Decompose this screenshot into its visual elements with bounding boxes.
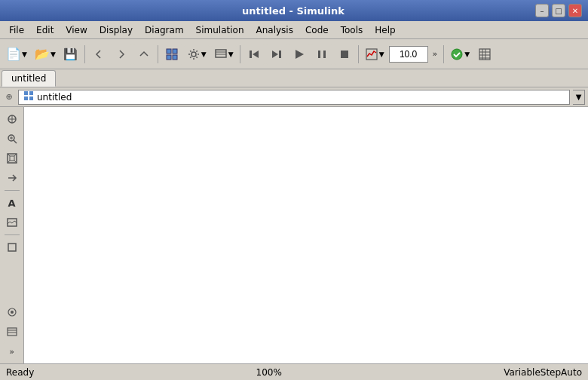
window-title: untitled - Simulink bbox=[51, 5, 535, 17]
menu-help[interactable]: Help bbox=[369, 23, 401, 37]
svg-point-14 bbox=[452, 49, 462, 60]
menu-code[interactable]: Code bbox=[299, 23, 335, 37]
menu-diagram[interactable]: Diagram bbox=[139, 23, 190, 37]
list-tool-button[interactable] bbox=[3, 323, 21, 341]
maximize-button[interactable]: □ bbox=[552, 4, 565, 17]
tab-bar: untitled bbox=[0, 69, 588, 87]
camera-tool-button[interactable] bbox=[3, 303, 21, 321]
svg-rect-42 bbox=[8, 328, 17, 336]
scope-button[interactable]: ▼ bbox=[362, 45, 387, 63]
menu-tools[interactable]: Tools bbox=[335, 23, 369, 37]
tab-label: untitled bbox=[11, 73, 46, 84]
step-forward-button[interactable] bbox=[266, 44, 287, 65]
step-back-button[interactable] bbox=[243, 44, 265, 65]
sep3 bbox=[240, 45, 240, 63]
title-bar: untitled - Simulink – □ ✕ bbox=[0, 0, 588, 21]
toolbar-more-button[interactable]: » bbox=[430, 48, 441, 60]
grid-button[interactable] bbox=[474, 44, 495, 65]
back-button[interactable] bbox=[88, 44, 109, 65]
svg-rect-3 bbox=[173, 55, 177, 60]
svg-rect-2 bbox=[167, 55, 171, 60]
save-button[interactable]: 💾 bbox=[60, 44, 81, 65]
more-tools-button[interactable]: » bbox=[3, 342, 21, 360]
image-tool-button[interactable] bbox=[3, 213, 21, 231]
svg-point-41 bbox=[11, 311, 14, 314]
menu-display[interactable]: Display bbox=[93, 23, 139, 37]
breadcrumb-dropdown-button[interactable]: ▼ bbox=[573, 90, 585, 105]
forward-button[interactable] bbox=[111, 44, 132, 65]
toolbar: 📄 ▼ 📂 ▼ 💾 ▼ bbox=[0, 39, 588, 69]
svg-point-4 bbox=[191, 52, 196, 57]
sep5 bbox=[443, 45, 444, 63]
fit-tool-button[interactable] bbox=[3, 149, 21, 167]
menu-edit[interactable]: Edit bbox=[30, 23, 60, 37]
up-button[interactable] bbox=[133, 44, 155, 65]
pause-button[interactable] bbox=[311, 44, 332, 65]
breadcrumb-label: untitled bbox=[37, 92, 72, 103]
tab-untitled[interactable]: untitled bbox=[2, 70, 56, 87]
status-ready: Ready bbox=[6, 367, 34, 378]
menu-analysis[interactable]: Analysis bbox=[250, 23, 299, 37]
menu-file[interactable]: File bbox=[3, 23, 30, 37]
settings-button[interactable]: ▼ bbox=[184, 45, 210, 63]
run-check-button[interactable]: ▼ bbox=[447, 45, 473, 63]
play-button[interactable] bbox=[289, 44, 310, 65]
new-button[interactable]: 📄 ▼ bbox=[3, 44, 30, 63]
svg-rect-0 bbox=[167, 49, 171, 54]
select-tool-button[interactable] bbox=[3, 110, 21, 128]
minimize-button[interactable]: – bbox=[535, 4, 549, 17]
left-sep2 bbox=[5, 234, 20, 235]
svg-rect-24 bbox=[29, 97, 33, 100]
display-button[interactable]: ▼ bbox=[211, 45, 237, 63]
menu-simulation[interactable]: Simulation bbox=[190, 23, 250, 37]
stop-button[interactable] bbox=[334, 44, 355, 65]
svg-rect-10 bbox=[318, 51, 320, 58]
svg-rect-33 bbox=[10, 156, 14, 161]
status-solver: VariableStepAuto bbox=[504, 367, 582, 378]
breadcrumb-bar: ⊕ untitled ▼ bbox=[0, 87, 588, 107]
zoom-tool-button[interactable] bbox=[3, 130, 21, 148]
blocks-button[interactable] bbox=[161, 44, 182, 65]
svg-line-29 bbox=[14, 140, 17, 143]
left-toolbar: A bbox=[0, 107, 24, 363]
status-bar: Ready 100% VariableStepAuto bbox=[0, 363, 588, 380]
sep1 bbox=[84, 45, 85, 63]
breadcrumb-nav-left[interactable]: ⊕ bbox=[3, 91, 15, 103]
svg-rect-22 bbox=[29, 91, 33, 95]
svg-rect-1 bbox=[173, 49, 177, 54]
arrow-tool-button[interactable] bbox=[3, 169, 21, 187]
close-button[interactable]: ✕ bbox=[568, 4, 582, 17]
text-tool-button[interactable]: A bbox=[3, 194, 21, 212]
svg-rect-8 bbox=[250, 51, 252, 58]
svg-rect-21 bbox=[24, 91, 28, 95]
svg-rect-23 bbox=[24, 97, 28, 100]
breadcrumb-block-icon bbox=[23, 90, 34, 103]
svg-rect-5 bbox=[216, 50, 226, 57]
window-controls[interactable]: – □ ✕ bbox=[535, 4, 582, 17]
breadcrumb-path: untitled bbox=[18, 90, 570, 105]
menu-view[interactable]: View bbox=[60, 23, 93, 37]
svg-rect-12 bbox=[341, 51, 348, 58]
sep2 bbox=[158, 45, 158, 63]
simulation-time-input[interactable] bbox=[389, 46, 428, 63]
status-zoom: 100% bbox=[256, 367, 282, 378]
menu-bar: FileEditViewDisplayDiagramSimulationAnal… bbox=[0, 21, 588, 39]
left-sep1 bbox=[5, 190, 20, 191]
open-button[interactable]: 📂 ▼ bbox=[32, 44, 59, 63]
svg-rect-39 bbox=[8, 244, 16, 251]
sep4 bbox=[358, 45, 359, 63]
box-tool-button[interactable] bbox=[3, 238, 21, 256]
svg-rect-9 bbox=[279, 51, 281, 58]
main-area: A bbox=[0, 107, 588, 363]
diagram-canvas bbox=[24, 107, 588, 363]
svg-rect-11 bbox=[323, 51, 326, 58]
